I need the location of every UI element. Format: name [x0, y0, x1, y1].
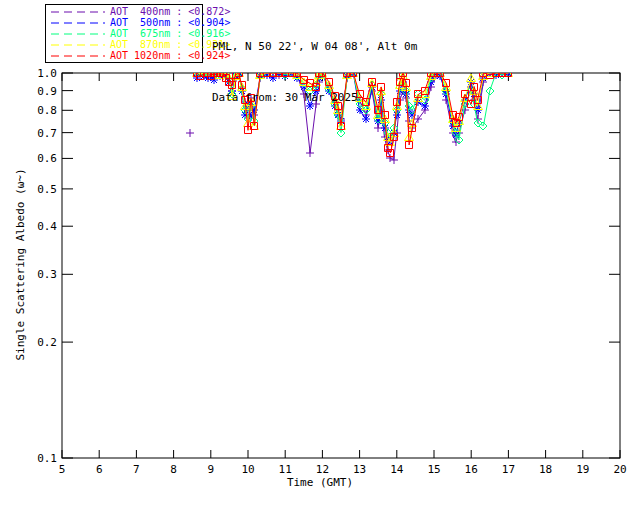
- legend-box: AOT 400nm : <0.872> AOT 500nm : <0.904> …: [45, 4, 203, 63]
- y-tick-label: 0.1: [37, 452, 57, 465]
- y-tick-label: 0.9: [37, 85, 57, 98]
- y-tick-label: 0.8: [37, 104, 57, 117]
- y-axis-label: Single Scattering Albedo (ω~): [14, 85, 27, 445]
- x-tick-label: 6: [96, 463, 103, 476]
- x-tick-label: 11: [279, 463, 292, 476]
- legend-item-500nm: AOT 500nm : <0.904>: [48, 17, 200, 28]
- y-tick-label: 0.7: [37, 127, 57, 140]
- x-tick-label: 10: [241, 463, 254, 476]
- y-tick-label: 0.5: [37, 183, 57, 196]
- x-tick-label: 16: [465, 463, 478, 476]
- legend-line-sample-870nm: [50, 42, 106, 48]
- legend-line-sample-500nm: [50, 20, 106, 26]
- legend-item-1020nm: AOT 1020nm : <0.924>: [48, 50, 200, 61]
- ssa-plot-window: AOT 400nm : <0.872> AOT 500nm : <0.904> …: [0, 0, 640, 512]
- legend-item-400nm: AOT 400nm : <0.872>: [48, 6, 200, 17]
- x-tick-label: 19: [576, 463, 589, 476]
- site-location-text: PML, N 50 22', W 04 08', Alt 0m: [212, 38, 417, 55]
- plot-header: PML, N 50 22', W 04 08', Alt 0m Data fro…: [212, 4, 417, 140]
- legend-line-sample-1020nm: [50, 53, 106, 59]
- x-tick-label: 14: [390, 463, 404, 476]
- legend-line-sample-400nm: [50, 9, 106, 15]
- x-tick-label: 15: [427, 463, 440, 476]
- x-tick-label: 9: [207, 463, 214, 476]
- x-tick-label: 8: [170, 463, 177, 476]
- x-tick-label: 12: [316, 463, 329, 476]
- y-tick-label: 0.2: [37, 336, 57, 349]
- x-tick-label: 7: [133, 463, 140, 476]
- x-tick-label: 18: [539, 463, 552, 476]
- x-tick-label: 17: [502, 463, 515, 476]
- y-tick-label: 0.6: [37, 152, 57, 165]
- legend-item-870nm: AOT 870nm : <0.931>: [48, 39, 200, 50]
- x-tick-label: 13: [353, 463, 366, 476]
- legend-line-sample-675nm: [50, 31, 106, 37]
- x-tick-label: 5: [59, 463, 66, 476]
- x-tick-label: 20: [613, 463, 626, 476]
- data-date-text: Data from: 30 Mar 2025: [212, 89, 417, 106]
- y-tick-label: 0.3: [37, 268, 57, 281]
- x-axis-label: Time (GMT): [0, 476, 640, 489]
- y-tick-label: 1.0: [37, 67, 57, 80]
- legend-item-675nm: AOT 675nm : <0.916>: [48, 28, 200, 39]
- y-tick-label: 0.4: [37, 220, 57, 233]
